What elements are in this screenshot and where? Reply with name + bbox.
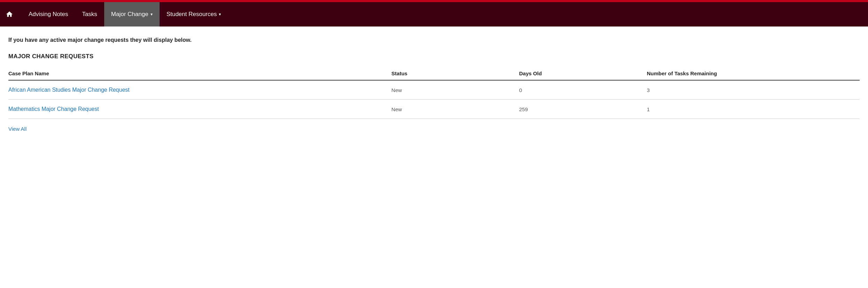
view-all-link[interactable]: View All bbox=[8, 126, 26, 132]
section-title: MAJOR CHANGE REQUESTS bbox=[8, 53, 860, 60]
table-cell-status: New bbox=[391, 100, 519, 119]
col-header-name: Case Plan Name bbox=[8, 67, 391, 80]
table-cell-status: New bbox=[391, 80, 519, 100]
table-cell-tasks-remaining: 3 bbox=[647, 80, 860, 100]
table-cell-name: African American Studies Major Change Re… bbox=[8, 80, 391, 100]
col-header-tasks-remaining: Number of Tasks Remaining bbox=[647, 67, 860, 80]
table-cell-name: Mathematics Major Change Request bbox=[8, 100, 391, 119]
home-icon[interactable] bbox=[6, 10, 13, 18]
navbar: Advising Notes Tasks Major Change ▾ Stud… bbox=[0, 2, 868, 26]
nav-item-advising-notes[interactable]: Advising Notes bbox=[22, 2, 75, 26]
table-cell-days-old: 259 bbox=[519, 100, 647, 119]
intro-text: If you have any active major change requ… bbox=[8, 37, 860, 43]
requests-table: Case Plan Name Status Days Old Number of… bbox=[8, 67, 860, 119]
student-resources-chevron-icon: ▾ bbox=[219, 12, 221, 17]
main-content: If you have any active major change requ… bbox=[0, 26, 868, 288]
table-row: Mathematics Major Change RequestNew2591 bbox=[8, 100, 860, 119]
table-header-row: Case Plan Name Status Days Old Number of… bbox=[8, 67, 860, 80]
col-header-status: Status bbox=[391, 67, 519, 80]
table-cell-days-old: 0 bbox=[519, 80, 647, 100]
request-link-0[interactable]: African American Studies Major Change Re… bbox=[8, 87, 130, 93]
nav-item-student-resources[interactable]: Student Resources ▾ bbox=[160, 2, 228, 26]
table-row: African American Studies Major Change Re… bbox=[8, 80, 860, 100]
request-link-1[interactable]: Mathematics Major Change Request bbox=[8, 106, 99, 112]
col-header-days-old: Days Old bbox=[519, 67, 647, 80]
nav-item-tasks[interactable]: Tasks bbox=[75, 2, 104, 26]
major-change-chevron-icon: ▾ bbox=[151, 12, 153, 17]
table-cell-tasks-remaining: 1 bbox=[647, 100, 860, 119]
nav-item-major-change[interactable]: Major Change ▾ bbox=[104, 2, 160, 26]
